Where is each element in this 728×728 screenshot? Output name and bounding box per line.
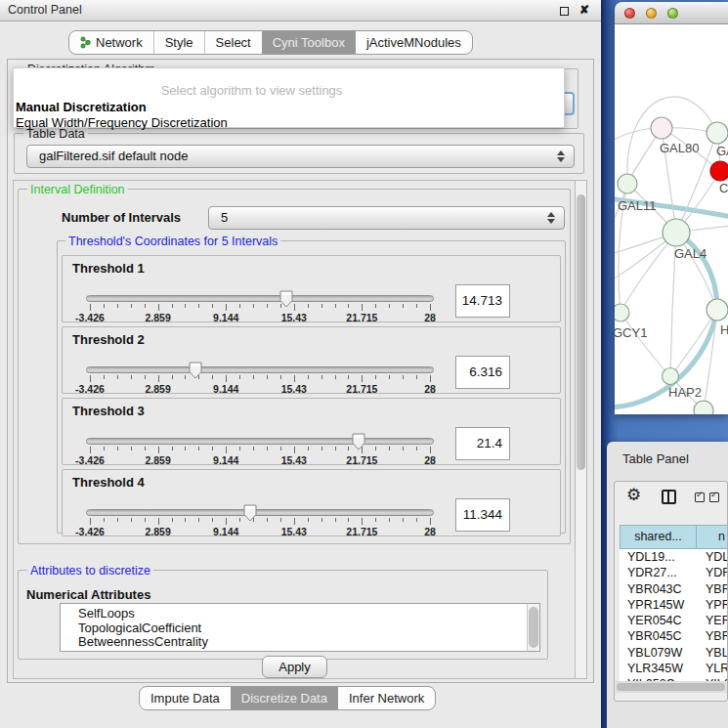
network-node[interactable] bbox=[707, 122, 728, 144]
settings-viewport: Interval Definition Number of Intervals … bbox=[13, 180, 575, 679]
combo-spinner-icon bbox=[547, 212, 555, 224]
tab-style[interactable]: Style bbox=[153, 31, 204, 54]
slider-handle-icon[interactable] bbox=[279, 290, 293, 308]
threshold-label: Threshold 3 bbox=[72, 404, 145, 418]
threshold-value: 6.316 bbox=[469, 357, 502, 388]
tab-impute-data-label: Impute Data bbox=[150, 687, 220, 709]
attribute-item[interactable]: TopologicalCoefficient bbox=[61, 621, 539, 636]
table-header-row: shared... n bbox=[620, 525, 728, 549]
network-node-label: GAL11 bbox=[618, 198, 657, 213]
network-node-label: GCY1 bbox=[615, 325, 647, 340]
network-node[interactable] bbox=[707, 299, 728, 321]
network-node[interactable] bbox=[663, 219, 690, 246]
algorithm-option-equal-width[interactable]: Equal Width/Frequency Discretization bbox=[16, 115, 228, 130]
attribute-item[interactable]: SelfLoops bbox=[61, 607, 539, 621]
network-canvas[interactable]: GAL80GACGAL11GAL4GCY1HHAP2 bbox=[615, 24, 728, 414]
algorithm-option-manual[interactable]: Manual Discretization bbox=[16, 100, 147, 114]
table-row[interactable]: YBL079WYBL0 bbox=[620, 645, 728, 661]
tab-impute-data[interactable]: Impute Data bbox=[140, 687, 231, 709]
slider-track[interactable] bbox=[86, 366, 434, 373]
slider-handle-icon[interactable] bbox=[243, 504, 257, 522]
tab-infer-network[interactable]: Infer Network bbox=[338, 687, 435, 709]
table-rows[interactable]: YDL19...YDL1YDR27...YDR2YBR043CYBR0YPR14… bbox=[620, 549, 728, 681]
table-horizontal-scrollbar[interactable] bbox=[616, 681, 727, 693]
threshold-panel: Threshold 4 -3.4262.8599.14415.4321.7152… bbox=[62, 469, 561, 536]
table-data-combobox[interactable]: galFiltered.sif default node bbox=[26, 145, 575, 168]
number-of-intervals-combobox[interactable]: 5 bbox=[208, 206, 565, 230]
float-window-icon[interactable] bbox=[560, 7, 569, 16]
network-node-label: GAL80 bbox=[660, 141, 699, 155]
attributes-list-scrollbar[interactable] bbox=[527, 604, 539, 651]
attribute-items: SelfLoopsTopologicalCoefficientBetweenne… bbox=[61, 607, 539, 650]
network-node[interactable] bbox=[694, 401, 713, 414]
network-node-label: HAP2 bbox=[668, 385, 702, 400]
tab-jactivemnodules-label: jActiveMNodules bbox=[366, 31, 461, 54]
network-node[interactable] bbox=[710, 161, 728, 181]
table-panel-title: Table Panel bbox=[622, 451, 689, 466]
network-node[interactable] bbox=[618, 174, 637, 193]
column-header-name[interactable]: n bbox=[697, 525, 728, 549]
network-node[interactable] bbox=[651, 117, 672, 139]
table-row[interactable]: YPR145WYPR1 bbox=[620, 597, 728, 613]
zoom-traffic-light-icon[interactable] bbox=[667, 8, 678, 19]
network-node[interactable] bbox=[663, 368, 679, 385]
threshold-value-field[interactable]: 14.713 bbox=[455, 284, 510, 318]
minimize-traffic-light-icon[interactable] bbox=[646, 8, 657, 19]
threshold-value-field[interactable]: 6.316 bbox=[455, 356, 510, 389]
network-window-titlebar[interactable] bbox=[615, 2, 728, 24]
algorithm-placeholder-option[interactable]: Select algorithm to view settings bbox=[14, 83, 490, 98]
apply-button[interactable]: Apply bbox=[262, 656, 327, 678]
slider-track[interactable] bbox=[86, 438, 434, 445]
attribute-item[interactable]: BetweennessCentrality bbox=[61, 635, 539, 650]
table-row[interactable]: YBR045CYBR0 bbox=[620, 628, 728, 644]
thresholds-group-label: Threshold's Coordinates for 5 Intervals bbox=[65, 235, 280, 248]
network-node-label: GAL4 bbox=[674, 246, 707, 261]
tab-discretize-data-label: Discretize Data bbox=[241, 687, 327, 709]
table-row[interactable]: YDL19...YDL1 bbox=[620, 549, 728, 565]
threshold-panels: Threshold 1 -3.4262.8599.14415.4321.7152… bbox=[62, 255, 561, 540]
tab-network[interactable]: Network bbox=[69, 31, 153, 54]
slider-track[interactable] bbox=[86, 509, 434, 516]
table-row[interactable]: YER054CYER0 bbox=[620, 613, 728, 628]
threshold-slider[interactable]: -3.4262.8599.14415.4321.71528 bbox=[84, 505, 436, 536]
slider-handle-icon[interactable] bbox=[189, 362, 202, 379]
threshold-panel: Threshold 3 -3.4262.8599.14415.4321.7152… bbox=[62, 398, 561, 465]
combo-spinner-icon bbox=[557, 150, 565, 162]
table-panel-body: ⚙ shared... n YDL19...YDL1YDR27...YDR2YB… bbox=[614, 481, 728, 702]
network-view-window: GAL80GACGAL11GAL4GCY1HHAP2 bbox=[615, 2, 728, 414]
threshold-value-field[interactable]: 11.344 bbox=[455, 498, 510, 532]
table-toolbar: ⚙ bbox=[615, 482, 727, 515]
slider-track[interactable] bbox=[86, 295, 434, 302]
control-panel-titlebar[interactable]: Control Panel ✘ bbox=[0, 0, 601, 21]
tab-discretize-data[interactable]: Discretize Data bbox=[231, 687, 338, 709]
threshold-slider[interactable]: -3.4262.8599.14415.4321.71528 bbox=[84, 434, 436, 465]
slider-handle-icon[interactable] bbox=[352, 433, 365, 450]
table-row[interactable]: YLR345WYLR3 bbox=[620, 661, 728, 676]
close-traffic-light-icon[interactable] bbox=[624, 8, 635, 19]
threshold-slider[interactable]: -3.4262.8599.14415.4321.71528 bbox=[84, 291, 436, 322]
window-title: Control Panel bbox=[8, 3, 82, 17]
table-row[interactable]: YDR27...YDR2 bbox=[620, 565, 728, 580]
network-graph: GAL80GACGAL11GAL4GCY1HHAP2 bbox=[615, 24, 728, 414]
number-of-intervals-value: 5 bbox=[221, 207, 228, 229]
threshold-value: 11.344 bbox=[463, 499, 502, 531]
tab-jactivemnodules[interactable]: jActiveMNodules bbox=[356, 31, 472, 54]
threshold-value-field[interactable]: 21.4 bbox=[455, 427, 510, 460]
columns-icon[interactable] bbox=[662, 490, 676, 504]
column-header-shared[interactable]: shared... bbox=[620, 525, 697, 549]
close-icon[interactable]: ✘ bbox=[579, 3, 589, 17]
checkbox-checked-icon[interactable] bbox=[709, 492, 719, 502]
gear-icon[interactable]: ⚙ bbox=[626, 485, 641, 505]
tab-cyni-toolbox[interactable]: Cyni Toolbox bbox=[262, 31, 356, 54]
settings-scrollbar[interactable] bbox=[575, 180, 587, 679]
tab-select[interactable]: Select bbox=[204, 31, 262, 54]
network-node[interactable] bbox=[615, 304, 629, 321]
tab-infer-network-label: Infer Network bbox=[349, 687, 424, 709]
numerical-attributes-list[interactable]: SelfLoopsTopologicalCoefficientBetweenne… bbox=[60, 603, 540, 652]
checkbox-checked-icon[interactable] bbox=[695, 492, 705, 502]
tab-network-label: Network bbox=[96, 31, 143, 54]
network-node-label: H bbox=[720, 322, 728, 337]
table-row[interactable]: YBR043CYBR0 bbox=[620, 581, 728, 597]
top-tabbar: Network Style Select Cyni Toolbox jActiv… bbox=[68, 30, 473, 55]
threshold-slider[interactable]: -3.4262.8599.14415.4321.71528 bbox=[84, 363, 436, 394]
